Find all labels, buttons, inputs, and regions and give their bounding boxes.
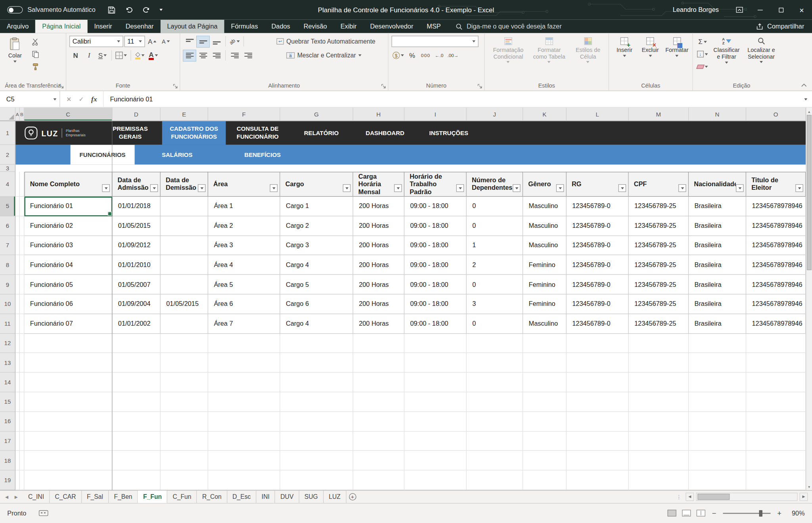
- cell-F17[interactable]: [208, 431, 280, 451]
- cell-A7[interactable]: [15, 236, 19, 255]
- cell-H18[interactable]: [353, 451, 404, 470]
- scroll-right-arrow[interactable]: ▶: [800, 492, 808, 501]
- share-button[interactable]: Compartilhar: [756, 20, 812, 33]
- insert-cells-button[interactable]: + Inserir: [612, 35, 637, 57]
- cell-F14[interactable]: [208, 373, 280, 392]
- cell-L7[interactable]: 123456789-0: [567, 236, 629, 255]
- autosave-control[interactable]: Salvamento Automático: [0, 6, 103, 13]
- find-select-button[interactable]: Localizar e Selecionar: [744, 35, 778, 63]
- sheet-tab-luz[interactable]: LUZ: [324, 491, 346, 503]
- table-header-area[interactable]: Área: [208, 172, 280, 197]
- maximize-button[interactable]: [771, 0, 791, 20]
- row-header-6[interactable]: 6: [0, 216, 15, 236]
- cell-E10[interactable]: 01/05/2015: [161, 294, 208, 314]
- cell-E13[interactable]: [161, 353, 208, 372]
- cell-K16[interactable]: [523, 412, 567, 431]
- cell-H15[interactable]: [353, 392, 404, 412]
- font-size-combo[interactable]: 11: [124, 36, 145, 47]
- cell-A19[interactable]: [15, 470, 19, 490]
- column-header-G[interactable]: G: [280, 108, 353, 121]
- cell-L15[interactable]: [567, 392, 629, 412]
- wrap-text-button[interactable]: ↩ Quebrar Texto Automaticamente: [274, 36, 377, 47]
- cell-I6[interactable]: 09:00 - 18:00: [404, 216, 467, 236]
- formula-input[interactable]: Funcionário 01: [103, 91, 799, 107]
- cell-G11[interactable]: Cargo 4: [280, 314, 353, 334]
- row-header-18[interactable]: 18: [0, 451, 15, 470]
- cell-I8[interactable]: 09:00 - 18:00: [404, 255, 467, 275]
- cell-G19[interactable]: [280, 470, 353, 490]
- cell-J9[interactable]: 0: [467, 275, 523, 294]
- cell-D19[interactable]: [112, 470, 160, 490]
- cell-N19[interactable]: [689, 470, 746, 490]
- row-header-3[interactable]: 3: [0, 164, 15, 172]
- cell-H6[interactable]: 200 Horas: [353, 216, 404, 236]
- cell-M5[interactable]: 123456789-25: [629, 197, 689, 216]
- cell-N14[interactable]: [689, 373, 746, 392]
- font-name-combo[interactable]: Calibri: [69, 36, 123, 47]
- cell-A16[interactable]: [15, 412, 19, 431]
- page-layout-view-button[interactable]: [682, 510, 691, 517]
- cell-G14[interactable]: [280, 373, 353, 392]
- filter-button-genero[interactable]: [556, 184, 564, 192]
- accounting-format-button[interactable]: $: [391, 50, 405, 61]
- font-dialog-launcher[interactable]: [172, 83, 178, 89]
- filter-button-data-de-demissao[interactable]: [198, 184, 206, 192]
- cell-K17[interactable]: [523, 431, 567, 451]
- nav-item-consulta-de-funcionario[interactable]: CONSULTA DE FUNCIONÁRIO: [226, 121, 289, 145]
- cell-L8[interactable]: 123456789-0: [567, 255, 629, 275]
- cell-M8[interactable]: 123456789-25: [629, 255, 689, 275]
- zoom-slider[interactable]: [723, 513, 770, 514]
- cell-L5[interactable]: 123456789-0: [567, 197, 629, 216]
- cell-J5[interactable]: 0: [467, 197, 523, 216]
- cell-E7[interactable]: [161, 236, 208, 255]
- tab-split-handle[interactable]: ⋮: [676, 494, 682, 500]
- alignment-dialog-launcher[interactable]: [381, 83, 386, 89]
- cell-C7[interactable]: Funcionário 03: [24, 236, 112, 255]
- cell-O19[interactable]: [746, 470, 806, 490]
- cell-N12[interactable]: [689, 334, 746, 353]
- sheet-tab-sug[interactable]: SUG: [299, 491, 324, 503]
- cell-H8[interactable]: 200 Horas: [353, 255, 404, 275]
- increase-font-button[interactable]: A: [146, 36, 158, 47]
- quick-access-customize-button[interactable]: [155, 0, 167, 20]
- cell-K15[interactable]: [523, 392, 567, 412]
- cell-M12[interactable]: [629, 334, 689, 353]
- cell-G13[interactable]: [280, 353, 353, 372]
- cell-E18[interactable]: [161, 451, 208, 470]
- cell-B16[interactable]: [20, 412, 25, 431]
- cell-G6[interactable]: Cargo 2: [280, 216, 353, 236]
- cell-H13[interactable]: [353, 353, 404, 372]
- sheet-tab-f-fun[interactable]: F_Fun: [138, 491, 167, 503]
- cell-I7[interactable]: 09:00 - 18:00: [404, 236, 467, 255]
- cell-B7[interactable]: [20, 236, 25, 255]
- redo-button[interactable]: [138, 0, 155, 20]
- table-header-titulo-de-eleitor[interactable]: Titulo de Eleitor: [746, 172, 806, 197]
- cell-C17[interactable]: [24, 431, 112, 451]
- cell-C9[interactable]: Funcionário 05: [24, 275, 112, 294]
- cell-styles-button[interactable]: Estilos de Célula: [570, 35, 607, 63]
- cell-K14[interactable]: [523, 373, 567, 392]
- cell-I9[interactable]: 09:00 - 18:00: [404, 275, 467, 294]
- cell-K6[interactable]: Masculino: [523, 216, 567, 236]
- cell-E11[interactable]: [161, 314, 208, 334]
- cell-L10[interactable]: 123456789-0: [567, 294, 629, 314]
- cell-N6[interactable]: Brasileira: [689, 216, 746, 236]
- cell-B15[interactable]: [20, 392, 25, 412]
- comma-style-button[interactable]: 000: [419, 50, 432, 61]
- cell-D7[interactable]: 01/09/2012: [112, 236, 160, 255]
- collapse-ribbon-button[interactable]: [801, 81, 807, 89]
- cell-N5[interactable]: Brasileira: [689, 197, 746, 216]
- horizontal-scroll-track[interactable]: [696, 492, 797, 501]
- column-header-F[interactable]: F: [208, 108, 280, 121]
- cell-N13[interactable]: [689, 353, 746, 372]
- cell-D17[interactable]: [112, 431, 160, 451]
- cell-N11[interactable]: Brasileira: [689, 314, 746, 334]
- cell-C19[interactable]: [24, 470, 112, 490]
- cell-K12[interactable]: [523, 334, 567, 353]
- cell-A10[interactable]: [15, 294, 19, 314]
- cell-C11[interactable]: Funcionário 07: [24, 314, 112, 334]
- cell-O18[interactable]: [746, 451, 806, 470]
- zoom-in-button[interactable]: +: [776, 509, 783, 517]
- cell-D10[interactable]: 01/09/2004: [112, 294, 160, 314]
- cell-J19[interactable]: [467, 470, 523, 490]
